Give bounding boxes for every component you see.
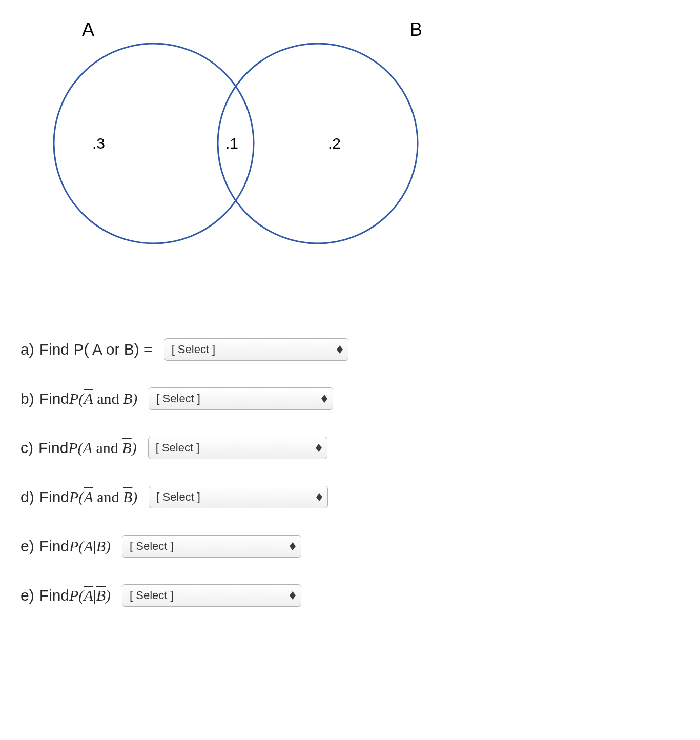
svg-marker-11 [290, 595, 296, 600]
svg-marker-6 [316, 493, 322, 497]
venn-label-b: B [410, 19, 422, 40]
question-c-findword: Find [38, 439, 68, 457]
svg-marker-10 [290, 591, 296, 595]
question-a-label: Find P( A or B) = [39, 341, 153, 358]
venn-svg: A B .3 .1 .2 [31, 10, 471, 277]
question-a-row: a) Find P( A or B) = [ Select ] [20, 338, 482, 361]
svg-marker-4 [316, 444, 322, 448]
question-f-bullet: e) [20, 587, 34, 604]
question-d-row: d) Find P(A and B) [ Select ] [20, 486, 482, 508]
question-e-findword: Find [39, 538, 69, 555]
question-list: a) Find P( A or B) = [ Select ] b) Find … [20, 338, 482, 633]
svg-marker-8 [290, 542, 296, 546]
spinner-icon [316, 493, 322, 501]
svg-marker-7 [316, 497, 322, 501]
svg-marker-2 [321, 395, 327, 399]
question-f-row: e) Find P(A|B) [ Select ] [20, 584, 482, 607]
venn-value-middle: .1 [225, 135, 238, 152]
question-a-bullet: a) [20, 341, 34, 358]
spinner-icon [337, 345, 343, 354]
question-d-expression: P(A and B) [69, 488, 137, 506]
select-placeholder: [ Select ] [130, 540, 284, 553]
question-e-row: e) Find P(A|B) [ Select ] [20, 535, 482, 558]
select-placeholder: [ Select ] [156, 392, 316, 405]
venn-circle-b [218, 44, 418, 243]
venn-value-left: .3 [92, 135, 105, 152]
question-a-select[interactable]: [ Select ] [164, 338, 348, 361]
spinner-icon [290, 591, 296, 600]
question-b-findword: Find [39, 390, 69, 407]
question-c-expression: P(A and B) [68, 439, 136, 457]
question-e-select[interactable]: [ Select ] [122, 535, 301, 558]
question-c-select[interactable]: [ Select ] [148, 437, 327, 459]
venn-label-a: A [82, 19, 94, 40]
question-f-select[interactable]: [ Select ] [122, 584, 301, 607]
svg-marker-9 [290, 546, 296, 550]
question-e-expression: P(A|B) [69, 538, 111, 555]
spinner-icon [290, 542, 296, 550]
select-placeholder: [ Select ] [172, 343, 332, 356]
select-placeholder: [ Select ] [156, 490, 311, 504]
question-b-expression: P(A and B) [69, 390, 137, 407]
svg-marker-3 [321, 399, 327, 403]
question-c-row: c) Find P(A and B) [ Select ] [20, 437, 482, 459]
question-d-findword: Find [39, 488, 69, 506]
spinner-icon [321, 395, 327, 403]
svg-marker-5 [316, 448, 322, 452]
question-c-bullet: c) [20, 439, 33, 457]
question-d-select[interactable]: [ Select ] [149, 486, 328, 508]
select-placeholder: [ Select ] [130, 589, 284, 602]
venn-value-right: .2 [328, 135, 341, 152]
question-b-row: b) Find P(A and B) [ Select ] [20, 387, 482, 410]
svg-marker-0 [337, 345, 343, 350]
question-b-bullet: b) [20, 390, 34, 407]
svg-marker-1 [337, 350, 343, 354]
select-placeholder: [ Select ] [156, 441, 311, 455]
question-d-bullet: d) [20, 488, 34, 506]
question-f-expression: P(A|B) [69, 587, 111, 604]
venn-diagram: A B .3 .1 .2 [31, 10, 471, 277]
question-e-bullet: e) [20, 538, 34, 555]
question-b-select[interactable]: [ Select ] [149, 387, 333, 410]
spinner-icon [316, 444, 322, 452]
venn-circle-a [54, 44, 254, 243]
question-f-findword: Find [39, 587, 69, 604]
